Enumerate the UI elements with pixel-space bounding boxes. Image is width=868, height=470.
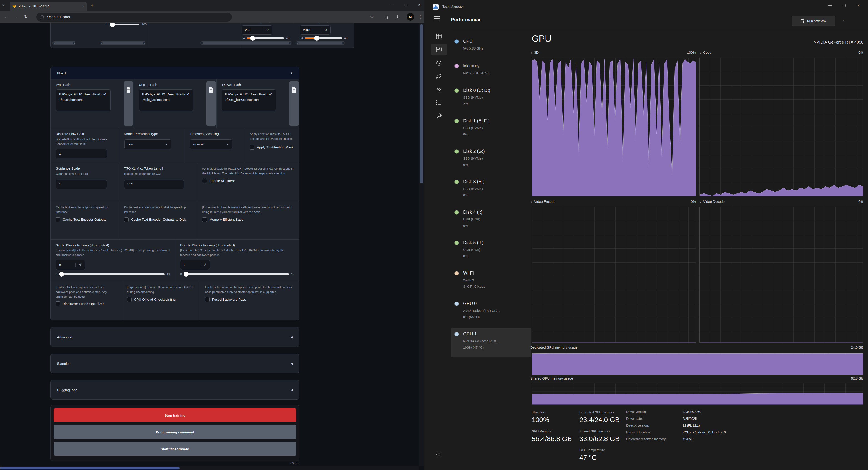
clip-l-path-input[interactable]: E:/Kohya_FLUX_DreamBooth_v17/clip_l.safe… [139,89,194,111]
browser-maximize-button[interactable] [399,0,413,10]
bucket1-reset-icon[interactable]: ↺ [263,28,272,32]
perf-item-subline: SSD (NVMe) [463,156,483,160]
checkbox-box[interactable] [56,217,60,222]
browser-close-button[interactable]: × [413,0,426,10]
bucket2-reset-icon[interactable]: ↺ [321,28,330,32]
checkbox-box[interactable] [250,145,254,150]
timestep-sampling-dropdown[interactable]: sigmoid▼ [190,139,232,149]
blockwise-fused-optimizer-checkbox[interactable]: Blockwise Fused Optimizer [56,301,117,306]
tm-menu-hamburger-icon[interactable] [434,17,440,21]
tm-maximize-button[interactable] [839,1,849,10]
stop-training-button[interactable]: Stop training [54,408,296,422]
t5-max-token-input[interactable]: 512 [124,180,184,189]
discrete-flow-shift-input[interactable]: 3 [56,149,107,158]
tm-more-ellipsis-icon[interactable]: ⋯ [841,18,845,23]
checkbox-box[interactable] [56,301,60,306]
bucket1-slider[interactable]: 64 40 [242,36,289,40]
tab-search-caret-icon[interactable]: ∨ [2,3,4,7]
clip-l-path-label: CLIP-L Path [139,83,201,87]
browser-window: ∨ Kohya_ss GUI v24.2.0 × + × ← → ↻ i 127… [0,0,424,470]
rail-services-icon[interactable] [431,110,447,122]
t5-xxl-path-file-button[interactable] [289,81,299,126]
t5-xxl-path-input[interactable]: E:/Kohya_FLUX_DreamBooth_v17/t5xxl_fp16.… [221,89,276,111]
checkbox-box[interactable] [124,217,129,222]
perf-item-title: GPU 0 [463,301,477,306]
bucket2-input[interactable]: 2048↺ [300,26,331,35]
accordion-caret-icon: ◀ [290,388,293,391]
single-blocks-input[interactable]: 0↺ [56,260,85,270]
tm-close-button[interactable]: × [853,1,864,10]
single-blocks-reset-icon[interactable]: ↺ [75,263,85,267]
vae-path-file-button[interactable] [124,81,133,126]
double-blocks-slider[interactable]: 0 38 [180,273,294,276]
vertical-scrollbar-thumb[interactable] [420,24,423,183]
horizontal-scrollbar[interactable] [0,466,419,470]
enable-all-linear-checkbox[interactable]: Enable All Linear [202,179,294,183]
clip-l-path-file-button[interactable] [206,81,216,126]
status-dot [455,88,459,93]
vae-path-input[interactable]: E:/Kohya_FLUX_DreamBooth_v17/ae.safetens… [56,89,111,111]
horizontal-scrollbar-thumb[interactable] [0,467,180,469]
back-icon[interactable]: ← [4,14,8,19]
double-blocks-input[interactable]: 0↺ [180,260,210,270]
rail-performance-icon[interactable] [431,44,447,56]
top-hscrollbar-0[interactable]: ◂▸ [53,41,76,44]
top-hscrollbar-3[interactable]: ◂▸ [296,41,345,44]
top-hscrollbar-1[interactable]: ◂▸ [100,41,146,44]
fused-backward-pass-checkbox[interactable]: Fused Backward Pass [205,297,294,302]
forward-icon[interactable]: → [14,14,19,19]
browser-menu-kebab-icon[interactable]: ⋮ [418,14,423,19]
rail-processes-icon[interactable] [431,30,447,42]
bookmark-star-icon[interactable]: ☆ [370,14,374,19]
bucket2-slider[interactable]: 64 40 [300,36,347,40]
browser-tab[interactable]: Kohya_ss GUI v24.2.0 × [9,2,87,11]
cache-text-encoder-outputs-to-disk-checkbox[interactable]: Cache Text Encoder Outputs to Disk [124,217,192,222]
bucket1-input[interactable]: 256↺ [242,26,273,35]
gpu-memory-value: 56.4/86.8 GB [532,435,572,443]
rail-users-icon[interactable] [431,84,447,95]
gpu-video-encode-chart [532,207,696,343]
checkbox-box[interactable] [202,217,207,222]
browser-minimize-button[interactable] [385,0,398,10]
flux-accordion-header[interactable]: Flux.1 ▼ [51,67,299,79]
top-hscrollbar-2[interactable]: ◂▸ [200,41,292,44]
tab-close-icon[interactable]: × [82,4,84,8]
accordion-huggingface[interactable]: HuggingFace ◀ [51,380,300,400]
site-info-icon[interactable]: i [40,15,44,19]
cache-text-encoder-outputs-checkbox[interactable]: Cache Text Encoder Outputs [56,217,114,222]
rail-details-icon[interactable] [431,97,447,108]
apply-t5-attention-mask-checkbox[interactable]: Apply T5 Attention Mask [250,145,294,150]
perf-item-subline: 0% [463,224,468,227]
chart-vdec-label: ∨Video Decode [700,199,724,203]
top-slider[interactable]: -1 100 [105,23,147,26]
memory-efficient-save-checkbox[interactable]: Memory Efficient Save [202,217,294,222]
rail-settings-gear-icon[interactable] [431,449,447,461]
rail-app-history-icon[interactable] [431,57,447,69]
double-blocks-reset-icon[interactable]: ↺ [200,263,210,267]
accordion-advanced[interactable]: Advanced ◀ [51,327,300,347]
checkbox-box[interactable] [127,297,131,302]
model-prediction-type-dropdown[interactable]: raw▼ [124,139,171,149]
url-bar[interactable]: i 127.0.0.1:7860 [36,12,232,22]
checkbox-box[interactable] [205,297,210,302]
cpu-offload-checkpointing-checkbox[interactable]: CPU Offload Checkpointing [127,297,195,302]
run-new-task-button[interactable]: Run new task [792,16,835,26]
profile-avatar[interactable]: M [406,13,414,21]
guidance-scale-input[interactable]: 1 [56,180,107,189]
t5-xxl-path-label: T5-XXL Path [221,83,284,87]
gpu-device-name: NVIDIA GeForce RTX 4090 [682,40,864,45]
download-icon[interactable] [395,15,400,20]
new-tab-button[interactable]: + [91,3,94,8]
checkbox-box[interactable] [202,179,207,183]
accordion-caret-icon: ◀ [290,336,293,339]
reading-list-icon[interactable] [383,15,389,20]
perf-item-subline: SSD (NVMe) [463,187,483,191]
print-training-command-button[interactable]: Print training command [54,425,296,439]
rail-startup-apps-icon[interactable] [431,70,447,82]
start-tensorboard-button[interactable]: Start tensorboard [54,442,296,456]
reload-icon[interactable]: ↻ [24,14,28,19]
accordion-samples[interactable]: Samples ◀ [51,354,300,373]
single-blocks-slider[interactable]: 0 19 [56,273,170,276]
tm-minimize-button[interactable] [825,1,836,10]
vertical-scrollbar[interactable] [419,23,424,466]
